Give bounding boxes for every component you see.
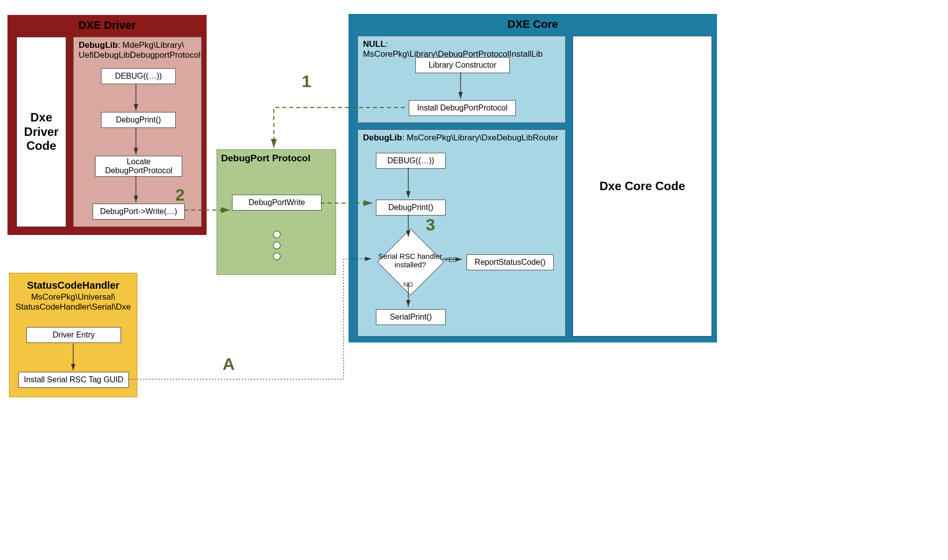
dxe-driver-debuglib-label: DebugLib: MdePkg\Library\ UefiDebugLibDe… [79,40,198,61]
label-1: 1 [302,72,311,91]
statuscodehandler-title: StatusCodeHandler [9,279,137,291]
dxe-core-code-box: Dxe Core Code [573,36,712,336]
debugport-write-box: DebugPort->Write(…) [93,204,185,220]
driver-entry-box: Driver Entry [26,327,121,343]
dxe-core-title: DXE Core [351,18,715,31]
install-rsc-tag-box: Install Serial RSC Tag GUID [18,372,129,388]
core-debugprint-box: DebugPrint() [376,200,446,216]
install-debugport-box: Install DebugPortProtocol [409,100,516,116]
statuscodehandler-subtitle: MsCorePkg\Universal\ StatusCodeHandler\S… [9,292,137,312]
svg-point-1 [273,242,280,249]
dxe-driver-title: DXE Driver [9,19,205,32]
dxe-core-panel: DXE Core NULL: MsCorePkg\Library\DebugPo… [349,14,717,342]
serialprint-box: SerialPrint() [376,309,446,325]
dxe-driver-code-box: Dxe Driver Code [16,37,66,227]
dxe-core-code-label: Dxe Core Code [599,179,685,193]
debugport-protocol-panel: DebugPort Protocol DebugPortWrite [217,149,336,275]
label-A: A [223,354,235,374]
dxecore-debuglib-subpanel: DebugLib: MsCorePkg\Library\DxeDebugLibR… [357,129,566,336]
locate-box: Locate DebugPortProtocol [95,156,182,177]
ellipsis-icon [267,229,287,264]
svg-point-0 [273,231,280,238]
debugprint-box: DebugPrint() [101,112,176,128]
reportstatuscode-box: ReportStatusCode() [467,254,554,270]
dxecore-debuglib-label: DebugLib: MsCorePkg\Library\DxeDebugLibR… [363,133,562,143]
library-constructor-box: Library Constructor [415,57,510,73]
svg-point-2 [273,253,280,260]
statuscodehandler-panel: StatusCodeHandler MsCorePkg\Universal\ S… [9,273,137,397]
null-lib-label: NULL: MsCorePkg\Library\DebugPortProtoco… [363,39,562,60]
label-3: 3 [426,215,435,234]
yes-label: YES [444,256,457,263]
no-label: NO [403,281,413,288]
debugport-write-fn-box: DebugPortWrite [232,195,322,211]
dxe-driver-code-label: Dxe Driver Code [21,111,62,153]
core-debug-macro-box: DEBUG((…)) [376,153,446,169]
null-lib-subpanel: NULL: MsCorePkg\Library\DebugPortProtoco… [357,36,566,123]
label-2: 2 [175,185,185,205]
decision-label: Serial RSC handler installed? [365,252,455,269]
debug-macro-box: DEBUG((…)) [101,68,176,84]
debugport-protocol-title: DebugPort Protocol [221,153,331,164]
